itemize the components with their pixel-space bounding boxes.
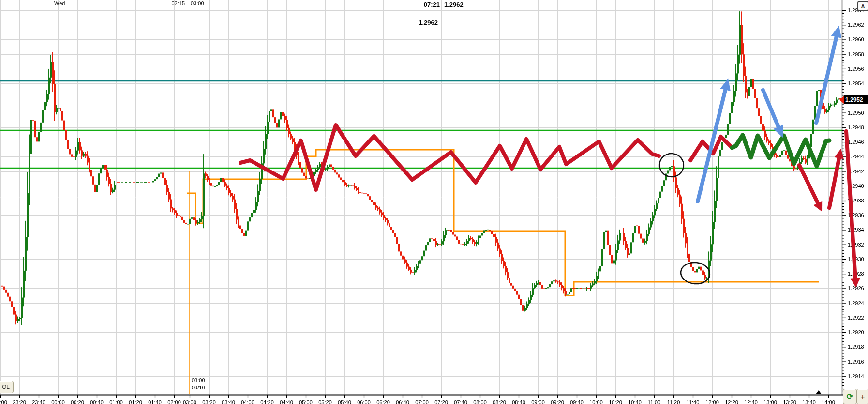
session-break-start-label: 02:15 xyxy=(165,0,185,6)
refresh-button[interactable]: ⟳ xyxy=(843,389,857,404)
weekday-label: Wed xyxy=(54,0,65,6)
separator-time-label: 03:00 xyxy=(192,377,205,383)
ol-button-label: OL xyxy=(2,384,10,390)
refresh-icon: ⟳ xyxy=(847,393,853,401)
ol-button[interactable]: OL xyxy=(0,381,14,393)
separator-date-label: 09/10 xyxy=(192,385,205,390)
crosshair-time-label: 07:21 xyxy=(397,1,440,8)
chart-canvas[interactable] xyxy=(0,0,868,404)
zoom-in-button[interactable]: + xyxy=(856,389,868,404)
session-break-end-label: 03:00 xyxy=(191,0,204,6)
crosshair-price-label: 1.2962 xyxy=(444,1,464,8)
chart-window: Wed 02:15 03:00 07:21 1.2962 1.2962 03:0… xyxy=(0,0,868,404)
auto-scroll-label: A xyxy=(861,3,865,9)
current-price-badge: 1.2952 xyxy=(844,95,868,104)
crosshair-level-label: 1.2962 xyxy=(389,19,438,26)
auto-scroll-button[interactable]: A xyxy=(857,1,868,11)
plus-icon: + xyxy=(861,392,865,401)
